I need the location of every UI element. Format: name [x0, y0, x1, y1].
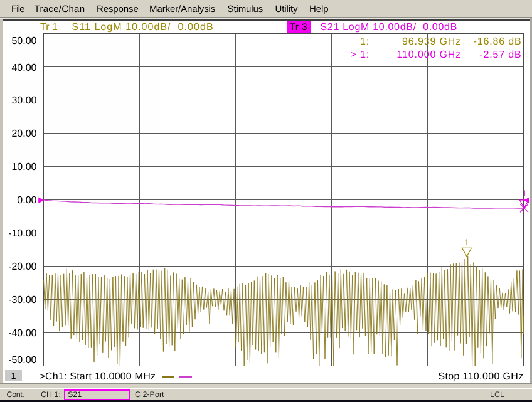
svg-text:LCL: LCL — [490, 390, 504, 399]
svg-text:File: File — [11, 4, 24, 14]
svg-text:Tr 3: Tr 3 — [290, 22, 308, 33]
svg-text:CH 1:: CH 1: — [41, 390, 61, 399]
svg-text:-16.86 dB: -16.86 dB — [473, 36, 521, 47]
svg-text:Stimulus: Stimulus — [228, 4, 263, 14]
svg-text:Help: Help — [309, 4, 328, 14]
svg-text:> 1:: > 1: — [350, 50, 370, 60]
svg-text:-10.00: -10.00 — [8, 228, 36, 239]
svg-text:-50.00: -50.00 — [8, 355, 36, 366]
svg-text:-30.00: -30.00 — [8, 295, 36, 305]
svg-text:Tr 1: Tr 1 — [40, 22, 58, 33]
svg-text:10.00: 10.00 — [11, 162, 36, 172]
svg-text:S21 LogM 10.00dB/ 0.00dB: S21 LogM 10.00dB/ 0.00dB — [321, 22, 458, 33]
svg-text:Response: Response — [97, 4, 139, 14]
svg-text:1: 1 — [11, 371, 16, 381]
svg-text:S11 LogM 10.00dB/ 0.00dB: S11 LogM 10.00dB/ 0.00dB — [72, 22, 214, 33]
svg-text:-40.00: -40.00 — [8, 328, 36, 339]
svg-text:S21: S21 — [68, 390, 82, 399]
svg-text:96.939 GHz: 96.939 GHz — [402, 36, 461, 47]
svg-text:-20.00: -20.00 — [8, 262, 36, 272]
svg-text:C 2-Port: C 2-Port — [135, 390, 164, 399]
svg-text:Stop 110.000 GHz: Stop 110.000 GHz — [438, 371, 523, 382]
svg-text:1: 1 — [522, 188, 527, 198]
svg-text:110.000 GHz: 110.000 GHz — [397, 50, 461, 60]
svg-text:1:: 1: — [360, 36, 370, 47]
svg-text:Utility: Utility — [275, 4, 299, 14]
svg-text:-2.57 dB: -2.57 dB — [479, 50, 521, 60]
svg-text:Marker/Analysis: Marker/Analysis — [149, 4, 215, 14]
svg-text:1: 1 — [464, 237, 469, 247]
svg-text:Trace/Chan: Trace/Chan — [35, 4, 85, 14]
svg-text:0.00: 0.00 — [17, 195, 36, 206]
svg-text:40.00: 40.00 — [11, 63, 36, 73]
svg-text:30.00: 30.00 — [11, 95, 36, 106]
svg-text:50.00: 50.00 — [11, 36, 36, 46]
svg-text:>Ch1: Start 10.0000 MHz: >Ch1: Start 10.0000 MHz — [40, 371, 156, 382]
svg-text:Cont.: Cont. — [7, 390, 24, 399]
svg-text:20.00: 20.00 — [11, 129, 36, 139]
